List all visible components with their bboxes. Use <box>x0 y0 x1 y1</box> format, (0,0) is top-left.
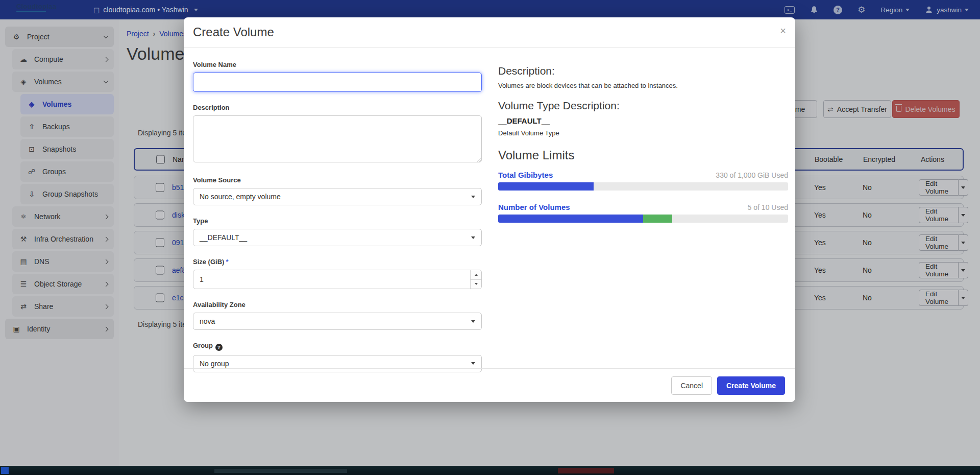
gibibytes-used-fill <box>498 182 594 191</box>
user-icon <box>925 6 933 14</box>
volume-name-input[interactable] <box>193 73 482 92</box>
volume-source-value: No source, empty volume <box>200 193 281 201</box>
size-stepper <box>470 270 481 289</box>
volume-name-label: Volume Name <box>193 61 482 68</box>
chevron-down-icon <box>471 362 475 365</box>
gibibytes-progress-bar <box>498 182 788 191</box>
modal-info-panel: Description: Volumes are block devices t… <box>498 48 788 235</box>
info-description-heading: Description: <box>498 65 788 77</box>
info-type-heading: Volume Type Description: <box>498 100 788 112</box>
modal-header: Create Volume <box>184 17 795 48</box>
region-dropdown[interactable]: Region <box>880 6 910 14</box>
availability-zone-select[interactable]: nova <box>193 313 482 330</box>
type-select[interactable]: __DEFAULT__ <box>193 229 482 246</box>
domain-project-label: cloudtopiaa.com • Yashwin <box>103 6 188 14</box>
number-of-volumes-usage: 5 of 10 Used <box>748 203 788 211</box>
stepper-up-button[interactable] <box>470 270 481 280</box>
chevron-down-icon <box>965 9 969 11</box>
volume-source-label: Volume Source <box>193 176 482 184</box>
stepper-down-button[interactable] <box>470 280 481 289</box>
volumes-limit-row: Number of Volumes 5 of 10 Used <box>498 203 788 211</box>
size-label: Size (GiB)* <box>193 258 482 266</box>
region-label: Region <box>880 6 902 14</box>
gear-icon[interactable]: ⚙ <box>857 6 865 14</box>
volume-source-select[interactable]: No source, empty volume <box>193 188 482 205</box>
close-icon[interactable]: × <box>780 26 786 36</box>
required-asterisk: * <box>226 258 228 266</box>
user-label: yashwin <box>937 6 962 14</box>
size-input[interactable] <box>193 270 482 289</box>
type-value: __DEFAULT__ <box>200 233 247 242</box>
total-gibibytes-label: Total Gibibytes <box>498 171 553 179</box>
user-menu[interactable]: yashwin <box>925 6 969 14</box>
volumes-used-fill <box>498 215 643 223</box>
group-label: Group? <box>193 342 482 351</box>
bell-icon[interactable] <box>810 6 818 14</box>
brand-logo-text: Cloudtopiaa <box>16 3 78 10</box>
availability-zone-label: Availability Zone <box>193 301 482 308</box>
chevron-down-icon <box>475 283 478 285</box>
info-description-text: Volumes are block devices that can be at… <box>498 82 788 89</box>
number-of-volumes-label: Number of Volumes <box>498 203 570 211</box>
availability-zone-value: nova <box>200 317 215 325</box>
type-label: Type <box>193 217 482 225</box>
chevron-down-icon <box>194 9 198 11</box>
description-textarea[interactable] <box>193 115 482 162</box>
window-icon: ▤ <box>93 6 100 14</box>
create-volume-submit-button[interactable]: Create Volume <box>717 376 785 395</box>
screen: Cloudtopiaa ▤ cloudtopiaa.com • Yashwin … <box>0 0 980 475</box>
navbar-right-cluster: >_ ? ⚙ Region yashwin <box>785 0 969 19</box>
modal-footer: Cancel Create Volume <box>184 368 795 402</box>
create-volume-modal: Create Volume × Volume Name Description … <box>184 17 795 402</box>
volume-limits-heading: Volume Limits <box>498 148 788 162</box>
volumes-progress-bar <box>498 215 788 223</box>
total-gibibytes-usage: 330 of 1,000 GiB Used <box>716 171 788 179</box>
create-volume-form: Volume Name Description Volume Source No… <box>193 48 482 384</box>
chevron-down-icon <box>471 196 475 198</box>
brand-logo[interactable]: Cloudtopiaa <box>16 3 78 12</box>
chevron-up-icon <box>475 274 478 276</box>
console-icon[interactable]: >_ <box>785 6 795 14</box>
group-value: No group <box>200 360 229 368</box>
info-type-name: __DEFAULT__ <box>498 116 788 125</box>
info-type-desc: Default Volume Type <box>498 129 788 137</box>
brand-tagline <box>16 11 46 12</box>
cancel-button[interactable]: Cancel <box>671 376 712 395</box>
top-navbar: Cloudtopiaa ▤ cloudtopiaa.com • Yashwin … <box>0 0 980 19</box>
group-help-icon[interactable]: ? <box>215 344 223 351</box>
modal-title: Create Volume <box>193 25 274 39</box>
domain-project-switcher[interactable]: ▤ cloudtopiaa.com • Yashwin <box>93 0 198 19</box>
gibibytes-limit-row: Total Gibibytes 330 of 1,000 GiB Used <box>498 171 788 179</box>
chevron-down-icon <box>471 320 475 323</box>
chevron-down-icon <box>471 236 475 239</box>
volumes-new-fill <box>643 215 672 223</box>
help-icon[interactable]: ? <box>834 6 842 14</box>
chevron-down-icon <box>905 9 910 11</box>
description-label: Description <box>193 104 482 111</box>
